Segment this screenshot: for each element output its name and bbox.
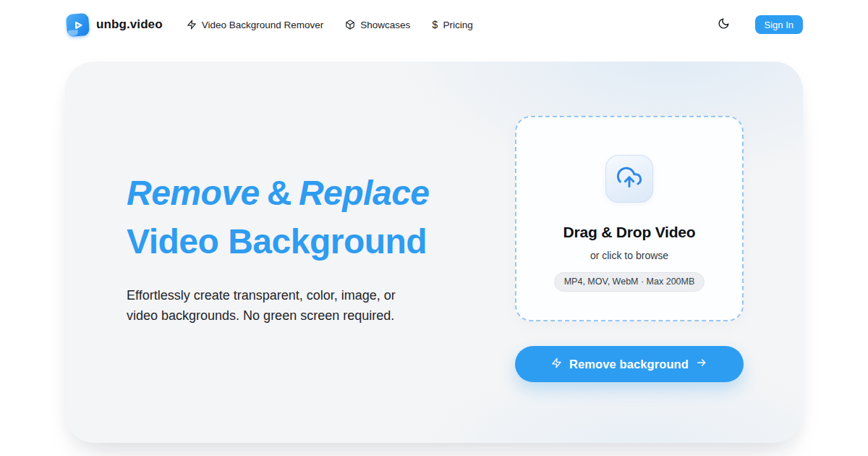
page-title: Remove&Replace Video Background bbox=[127, 169, 430, 266]
arrow-right-icon bbox=[696, 357, 707, 371]
nav-item-label: Pricing bbox=[443, 20, 472, 30]
navbar: unbg.video Video Background Remover Show… bbox=[0, 0, 868, 49]
hero-card: Remove&Replace Video Background Effortle… bbox=[65, 62, 803, 443]
upload-title: Drag & Drop Video bbox=[563, 224, 696, 241]
box-icon bbox=[345, 20, 355, 30]
theme-toggle-button[interactable] bbox=[715, 15, 733, 34]
nav-item-label: Showcases bbox=[360, 20, 410, 30]
upload-dropzone[interactable]: Drag & Drop Video or click to browse MP4… bbox=[515, 116, 744, 321]
cloud-upload-icon bbox=[617, 165, 642, 193]
headline-word-replace: Replace bbox=[299, 174, 430, 212]
nav-item-label: Video Background Remover bbox=[202, 20, 324, 30]
upload-icon-tile bbox=[605, 155, 653, 203]
cta-label: Remove background bbox=[569, 358, 689, 371]
hero-copy: Remove&Replace Video Background Effortle… bbox=[127, 169, 430, 326]
nav-item-remover[interactable]: Video Background Remover bbox=[187, 20, 324, 30]
nav-item-pricing[interactable]: $ Pricing bbox=[432, 20, 472, 30]
headline-line2: Video Background bbox=[127, 222, 427, 261]
zap-icon bbox=[551, 358, 562, 371]
upload-format-badge: MP4, MOV, WebM · Max 200MB bbox=[554, 272, 705, 292]
headline-word-remove: Remove bbox=[127, 174, 260, 212]
brand-logo[interactable]: unbg.video bbox=[67, 14, 163, 36]
hero-description: Effortlessly create transparent, color, … bbox=[127, 285, 427, 326]
headline-ampersand: & bbox=[260, 174, 299, 212]
dollar-icon: $ bbox=[432, 20, 438, 30]
remove-background-button[interactable]: Remove background bbox=[515, 346, 744, 382]
zap-icon bbox=[187, 20, 197, 30]
nav-links: Video Background Remover Showcases $ Pri… bbox=[187, 20, 473, 30]
sign-in-button[interactable]: Sign In bbox=[755, 15, 803, 34]
brand-name: unbg.video bbox=[96, 17, 163, 32]
play-logo-icon bbox=[66, 12, 90, 36]
moon-icon bbox=[718, 17, 730, 33]
nav-item-showcases[interactable]: Showcases bbox=[345, 20, 410, 30]
upload-subtitle: or click to browse bbox=[590, 250, 668, 261]
